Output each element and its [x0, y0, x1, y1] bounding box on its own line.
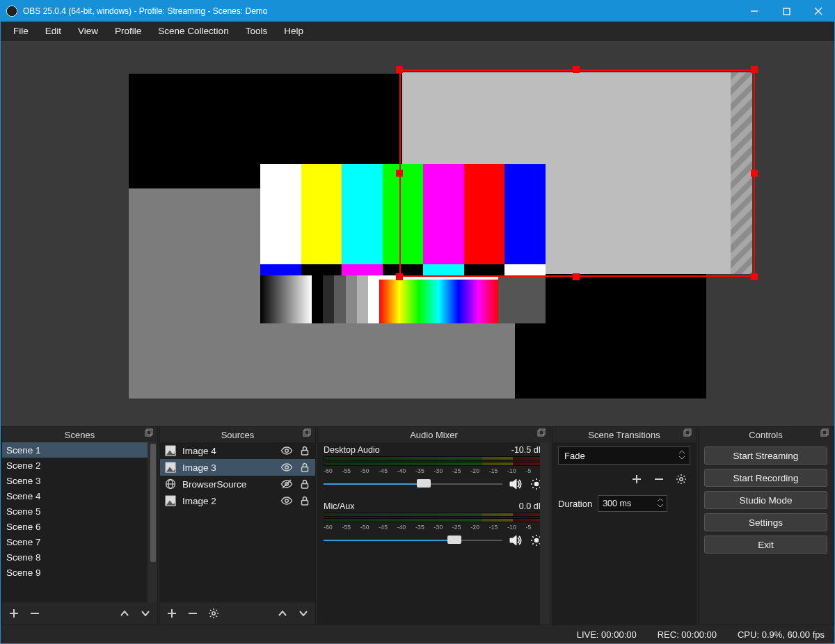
transition-remove-button[interactable]	[650, 470, 668, 488]
scene-row[interactable]: Scene 6	[2, 519, 157, 534]
minimize-button[interactable]	[738, 1, 770, 22]
source-add-button[interactable]	[163, 604, 181, 622]
visibility-toggle-icon[interactable]	[280, 478, 293, 490]
handle-n[interactable]	[573, 66, 580, 73]
overflow-hatch	[731, 72, 752, 274]
spin-down-icon[interactable]	[657, 503, 664, 508]
scene-row[interactable]: Scene 7	[2, 534, 157, 549]
speaker-icon[interactable]	[508, 533, 523, 548]
svg-marker-35	[510, 479, 516, 489]
source-move-down-button[interactable]	[294, 604, 312, 622]
lock-toggle-icon[interactable]	[299, 461, 311, 474]
transitions-popout-icon[interactable]	[683, 428, 693, 438]
svg-point-36	[535, 483, 539, 486]
handle-ne[interactable]	[751, 66, 758, 73]
scene-row[interactable]: Scene 8	[2, 549, 157, 565]
chevron-up-icon	[678, 450, 685, 454]
dock-controls: Controls Start Streaming Start Recording…	[698, 426, 834, 625]
visibility-toggle-icon[interactable]	[280, 444, 293, 457]
scene-row[interactable]: Scene 9	[2, 565, 157, 580]
source-image-4-preview[interactable]	[260, 164, 546, 324]
exit-button[interactable]: Exit	[704, 536, 827, 554]
sources-toolbar	[160, 602, 315, 625]
source-row[interactable]: Image 3	[160, 459, 315, 476]
source-row[interactable]: Image 4	[160, 442, 315, 459]
menu-scene-collection[interactable]: Scene Collection	[150, 23, 237, 39]
controls-popout-icon[interactable]	[820, 428, 830, 438]
preview-area[interactable]	[1, 41, 834, 426]
lock-toggle-icon[interactable]	[299, 494, 311, 507]
handle-s[interactable]	[573, 273, 580, 280]
svg-rect-46	[822, 429, 828, 435]
source-row[interactable]: Image 2	[160, 492, 315, 509]
scene-row[interactable]: Scene 3	[2, 473, 157, 488]
mixer-popout-icon[interactable]	[537, 428, 547, 438]
scene-row[interactable]: Scene 1	[2, 442, 157, 458]
channel-name: Mic/Aux	[324, 501, 519, 511]
start-recording-button[interactable]: Start Recording	[704, 469, 827, 487]
handle-e[interactable]	[751, 170, 758, 177]
scenes-popout-icon[interactable]	[145, 428, 154, 438]
start-streaming-button[interactable]: Start Streaming	[704, 446, 827, 465]
preview-canvas[interactable]	[129, 74, 706, 399]
svg-point-27	[285, 499, 289, 503]
transition-add-button[interactable]	[628, 470, 646, 488]
lock-toggle-icon[interactable]	[299, 478, 311, 490]
source-row[interactable]: BrowserSource	[160, 476, 315, 492]
menu-help[interactable]: Help	[276, 23, 312, 39]
scenes-list[interactable]: Scene 1 Scene 2 Scene 3 Scene 4 Scene 5 …	[2, 442, 157, 602]
scene-move-up-button[interactable]	[116, 604, 134, 622]
dock-scenes: Scenes Scene 1 Scene 2 Scene 3 Scene 4 S…	[1, 426, 158, 625]
scene-add-button[interactable]	[5, 604, 23, 622]
title-bar[interactable]: OBS 25.0.4 (64-bit, windows) - Profile: …	[1, 1, 834, 22]
vu-meter	[324, 518, 544, 522]
menu-profile[interactable]: Profile	[106, 23, 150, 39]
menu-view[interactable]: View	[70, 23, 106, 39]
visibility-toggle-icon[interactable]	[280, 494, 293, 507]
speaker-icon[interactable]	[508, 476, 523, 492]
close-button[interactable]	[802, 1, 834, 22]
source-properties-button[interactable]	[205, 604, 223, 622]
menu-file[interactable]: File	[5, 23, 37, 39]
dock-sources: Sources Image 4Image 3BrowserSourceImage…	[159, 426, 316, 625]
lock-toggle-icon[interactable]	[299, 444, 311, 457]
svg-rect-45	[821, 430, 827, 436]
svg-rect-39	[684, 430, 690, 436]
duration-value: 300 ms	[603, 499, 631, 508]
volume-slider[interactable]	[324, 479, 502, 489]
volume-slider[interactable]	[324, 536, 502, 545]
scene-remove-button[interactable]	[26, 604, 44, 622]
svg-rect-18	[302, 467, 308, 472]
menu-tools[interactable]: Tools	[237, 23, 276, 39]
image-icon	[164, 461, 177, 474]
transition-properties-button[interactable]	[672, 470, 690, 488]
duration-spinbox[interactable]: 300 ms	[598, 495, 667, 512]
source-remove-button[interactable]	[184, 604, 202, 622]
svg-rect-14	[302, 451, 308, 456]
obs-app-icon	[6, 6, 17, 17]
handle-se[interactable]	[751, 273, 758, 280]
handle-w[interactable]	[396, 170, 403, 177]
scene-row[interactable]: Scene 2	[2, 458, 157, 473]
svg-rect-10	[305, 429, 310, 435]
handle-sw[interactable]	[396, 273, 403, 280]
window-title: OBS 25.0.4 (64-bit, windows) - Profile: …	[23, 6, 267, 16]
maximize-button[interactable]	[770, 1, 802, 22]
scene-row[interactable]: Scene 5	[2, 504, 157, 519]
scene-row[interactable]: Scene 4	[2, 488, 157, 504]
settings-button[interactable]: Settings	[704, 513, 827, 531]
studio-mode-button[interactable]: Studio Mode	[704, 491, 827, 509]
meter-ticks: -60-55-50-45-40-35-30-25-20-15-10-50	[324, 524, 544, 531]
source-move-up-button[interactable]	[273, 604, 292, 622]
scene-move-down-button[interactable]	[136, 604, 154, 622]
sources-popout-icon[interactable]	[303, 428, 312, 438]
handle-nw[interactable]	[396, 66, 403, 73]
visibility-toggle-icon[interactable]	[280, 461, 293, 474]
mixer-scrollbar[interactable]	[540, 442, 550, 625]
sources-list[interactable]: Image 4Image 3BrowserSourceImage 2	[160, 442, 315, 602]
svg-marker-37	[510, 536, 516, 545]
spin-up-icon[interactable]	[657, 497, 664, 503]
scenes-scrollbar[interactable]	[148, 442, 157, 602]
transition-select[interactable]: Fade	[558, 446, 690, 465]
menu-edit[interactable]: Edit	[37, 23, 70, 39]
